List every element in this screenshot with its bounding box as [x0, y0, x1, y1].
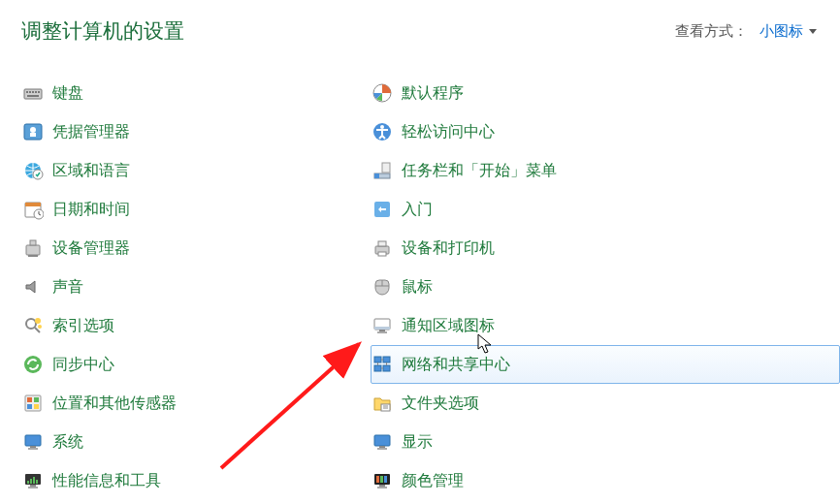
cp-item-label: 性能信息和工具 [52, 471, 161, 491]
cp-item-label: 颜色管理 [402, 471, 464, 491]
cp-item-label: 键盘 [52, 83, 83, 104]
cp-item-label: 同步中心 [52, 355, 114, 375]
header: 调整计算机的设置 查看方式： 小图标 [0, 0, 840, 52]
taskbar-start-icon [372, 160, 393, 181]
cp-item-label: 任务栏和「开始」菜单 [402, 161, 557, 181]
system-icon [22, 431, 44, 453]
credential-icon [22, 121, 44, 142]
cp-item-sync-center[interactable]: 同步中心 [21, 345, 371, 384]
cp-item-mouse[interactable]: 鼠标 [371, 268, 840, 306]
cp-item-label: 声音 [52, 277, 83, 298]
cp-item-label: 位置和其他传感器 [52, 394, 177, 414]
cp-item-user-accounts[interactable]: 用户帐户 [371, 500, 840, 504]
sensors-icon [22, 393, 44, 414]
control-panel-items: 键盘凭据管理器区域和语言日期和时间设备管理器声音索引选项同步中心位置和其他传感器… [0, 52, 840, 504]
indexing-icon [22, 315, 44, 336]
cp-item-datetime[interactable]: 日期和时间 [21, 190, 371, 229]
cp-item-label: 设备管理器 [52, 238, 130, 259]
cp-item-sensors[interactable]: 位置和其他传感器 [21, 384, 371, 423]
cp-item-keyboard[interactable]: 键盘 [21, 74, 371, 112]
cp-item-label: 轻松访问中心 [402, 122, 495, 142]
cp-item-label: 系统 [52, 432, 83, 453]
network-sharing-icon [372, 354, 393, 375]
page-title: 调整计算机的设置 [21, 17, 184, 45]
cp-item-color-mgmt[interactable]: 颜色管理 [371, 461, 840, 500]
cp-item-credential[interactable]: 凭据管理器 [21, 112, 371, 151]
cp-item-default-programs[interactable]: 默认程序 [371, 74, 840, 112]
cp-item-troubleshoot[interactable]: 疑难解答 [21, 500, 371, 504]
cp-item-devices-printers[interactable]: 设备和打印机 [371, 229, 840, 268]
getting-started-icon [372, 199, 393, 220]
cp-item-label: 凭据管理器 [52, 122, 130, 142]
cp-item-label: 入门 [402, 200, 433, 220]
cp-item-display[interactable]: 显示 [371, 423, 840, 461]
cp-item-label: 文件夹选项 [402, 394, 479, 414]
cp-item-getting-started[interactable]: 入门 [371, 190, 840, 229]
cp-item-label: 索引选项 [52, 316, 114, 336]
display-icon [372, 431, 393, 453]
datetime-icon [22, 199, 44, 220]
cp-item-label: 设备和打印机 [402, 238, 495, 259]
cp-item-sound[interactable]: 声音 [21, 268, 371, 306]
devices-printers-icon [372, 237, 393, 259]
region-lang-icon [22, 160, 44, 181]
cp-item-indexing[interactable]: 索引选项 [21, 306, 371, 345]
cp-item-taskbar-start[interactable]: 任务栏和「开始」菜单 [371, 151, 840, 190]
cp-item-label: 通知区域图标 [402, 316, 495, 336]
device-mgr-icon [22, 237, 44, 259]
cp-item-label: 默认程序 [402, 83, 464, 104]
view-by-label: 查看方式： [675, 22, 748, 41]
cp-item-notifys-icon[interactable]: 通知区域图标 [371, 306, 840, 345]
perf-info-icon [22, 470, 44, 491]
cp-item-label: 鼠标 [402, 277, 433, 298]
cp-item-label: 显示 [402, 432, 433, 453]
sync-center-icon [22, 354, 44, 375]
cp-item-label: 网络和共享中心 [402, 355, 510, 375]
cp-item-perf-info[interactable]: 性能信息和工具 [21, 461, 371, 500]
ease-access-icon [372, 121, 393, 142]
items-column-right: 默认程序轻松访问中心任务栏和「开始」菜单入门设备和打印机鼠标通知区域图标网络和共… [371, 74, 840, 504]
cp-item-system[interactable]: 系统 [21, 423, 371, 461]
items-column-left: 键盘凭据管理器区域和语言日期和时间设备管理器声音索引选项同步中心位置和其他传感器… [21, 74, 371, 504]
default-programs-icon [372, 82, 393, 104]
view-by-group: 查看方式： 小图标 [675, 22, 817, 41]
chevron-down-icon [809, 29, 817, 34]
cp-item-ease-access[interactable]: 轻松访问中心 [371, 112, 840, 151]
sound-icon [22, 276, 44, 298]
cp-item-label: 区域和语言 [52, 161, 130, 181]
view-by-value: 小图标 [759, 22, 803, 41]
cp-item-device-mgr[interactable]: 设备管理器 [21, 229, 371, 268]
mouse-icon [372, 276, 393, 298]
cp-item-network-sharing[interactable]: 网络和共享中心 [371, 345, 840, 384]
folder-options-icon [372, 393, 393, 414]
cp-item-label: 日期和时间 [52, 200, 130, 220]
color-mgmt-icon [372, 470, 393, 491]
view-by-dropdown[interactable]: 小图标 [759, 22, 817, 41]
cp-item-region-lang[interactable]: 区域和语言 [21, 151, 371, 190]
cp-item-folder-options[interactable]: 文件夹选项 [371, 384, 840, 423]
keyboard-icon [22, 82, 44, 104]
notify-icons-icon [372, 315, 393, 336]
